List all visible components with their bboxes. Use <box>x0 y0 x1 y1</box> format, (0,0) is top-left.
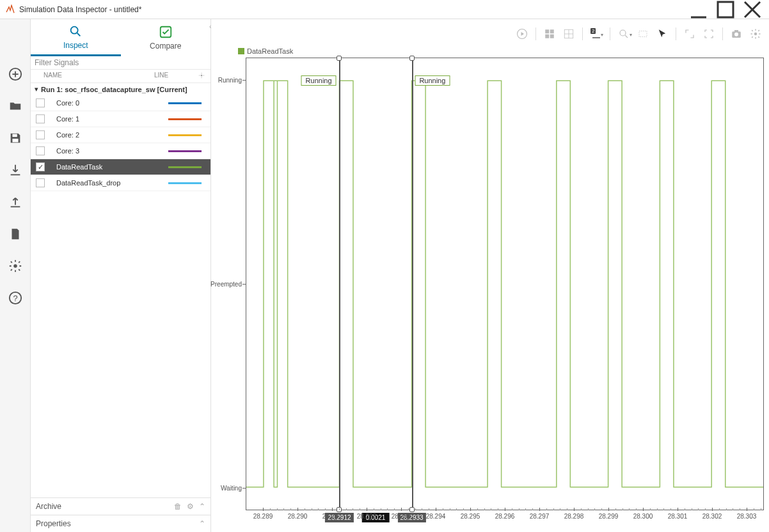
close-button[interactable] <box>741 2 764 17</box>
column-name: NAME <box>35 72 154 81</box>
signal-line-swatch <box>168 182 202 184</box>
svg-rect-20 <box>550 29 554 33</box>
plot-wrap: RunningPreemptedWaiting Running28.2912Ru… <box>211 58 769 532</box>
svg-point-31 <box>734 33 738 36</box>
play-button[interactable] <box>514 26 530 42</box>
pointer-button[interactable] <box>654 26 670 42</box>
x-tick-label: 28.302 <box>702 513 722 520</box>
run-row[interactable]: ▾ Run 1: soc_rfsoc_datacapture_sw [Curre… <box>31 83 210 95</box>
chart-legend: DataReadTask <box>211 45 769 58</box>
x-tick-label: 28.301 <box>668 513 688 520</box>
cursor-1[interactable] <box>339 58 340 510</box>
layout-grid-button[interactable] <box>541 26 558 42</box>
legend-label: DataReadTask <box>247 47 293 55</box>
chart-toolbar: 2▾ ▾ <box>211 23 769 45</box>
plot[interactable]: Running28.2912Running28.29330.0021 <box>246 58 764 510</box>
signal-trace <box>246 58 763 510</box>
signal-checkbox[interactable] <box>36 146 45 155</box>
signal-panel: ‹ Inspect Compare Filter Signals NAME LI… <box>31 19 211 532</box>
x-axis: 28.28928.29028.29128.29228.29328.29428.2… <box>246 510 764 524</box>
svg-point-14 <box>71 26 78 33</box>
fit-expand-button[interactable] <box>681 26 698 42</box>
cursor-value-box: Running <box>415 75 450 86</box>
x-tick-label: 28.292 <box>357 513 377 520</box>
cursor-handle[interactable] <box>337 56 342 61</box>
fit-all-button[interactable] <box>701 26 717 42</box>
maximize-button[interactable] <box>714 2 737 17</box>
signal-checkbox[interactable] <box>36 98 45 107</box>
import-button[interactable] <box>5 160 26 180</box>
export-button[interactable] <box>5 192 26 212</box>
signal-table-header: NAME LINE <box>31 70 210 83</box>
y-tick-label: Waiting <box>221 484 242 491</box>
svg-line-28 <box>625 35 628 38</box>
x-tick-label: 28.293 <box>392 513 411 520</box>
signal-line-swatch <box>168 150 202 152</box>
caret-down-icon: ▾ <box>35 85 38 93</box>
settings-button[interactable] <box>5 256 26 276</box>
y-tick-label: Preempted <box>210 281 242 288</box>
snapshot-button[interactable] <box>728 26 745 42</box>
signal-line-swatch <box>168 166 202 168</box>
signal-row[interactable]: DataReadTask_drop <box>31 175 210 191</box>
filter-signals-input[interactable]: Filter Signals <box>31 56 210 70</box>
cursor-2[interactable] <box>412 58 413 510</box>
svg-rect-21 <box>545 35 549 38</box>
svg-text:?: ? <box>13 293 17 303</box>
column-line: LINE <box>154 72 198 81</box>
tab-inspect-label: Inspect <box>63 41 88 50</box>
signal-checkbox[interactable] <box>36 162 45 171</box>
window-title: Simulation Data Inspector - untitled* <box>19 5 687 14</box>
signal-checkbox[interactable] <box>36 130 45 139</box>
svg-point-27 <box>620 30 626 36</box>
subplot-button[interactable] <box>560 26 577 42</box>
check-icon <box>159 25 173 39</box>
x-tick-label: 28.294 <box>426 513 446 520</box>
svg-point-33 <box>754 33 757 36</box>
signal-line-swatch <box>168 118 202 120</box>
zoom-rect-button[interactable] <box>635 26 651 42</box>
add-button[interactable] <box>5 64 26 84</box>
chevron-up-icon[interactable]: ⌃ <box>199 519 205 528</box>
window-controls <box>687 2 764 17</box>
x-tick-label: 28.290 <box>288 513 308 520</box>
signal-row[interactable]: DataReadTask <box>31 159 210 175</box>
cursor-count-button[interactable]: 2▾ <box>588 26 605 42</box>
signal-row[interactable]: Core: 2 <box>31 127 210 143</box>
zoom-button[interactable]: ▾ <box>615 26 632 42</box>
gear-icon[interactable]: ⚙ <box>187 502 194 511</box>
trash-icon[interactable]: 🗑 <box>174 502 182 511</box>
cursor-handle[interactable] <box>409 56 415 61</box>
open-folder-button[interactable] <box>5 96 26 116</box>
y-tick-label: Running <box>218 77 242 84</box>
signal-row[interactable]: Core: 3 <box>31 143 210 159</box>
x-tick-label: 28.300 <box>633 513 653 520</box>
search-icon <box>68 24 83 38</box>
svg-line-15 <box>77 33 81 36</box>
archive-section[interactable]: Archive 🗑 ⚙ ⌃ <box>31 497 210 515</box>
signal-row[interactable]: Core: 1 <box>31 111 210 127</box>
signal-checkbox[interactable] <box>36 114 45 123</box>
svg-rect-32 <box>734 30 738 32</box>
run-label: Run 1: soc_rfsoc_datacapture_sw [Current… <box>41 86 187 93</box>
minimize-button[interactable] <box>687 2 710 17</box>
tab-compare[interactable]: Compare <box>121 19 211 56</box>
new-file-button[interactable] <box>5 224 26 244</box>
signal-name: Core: 1 <box>47 115 168 123</box>
signal-checkbox[interactable] <box>36 178 45 187</box>
signal-row[interactable]: Core: 0 <box>31 95 210 111</box>
chart-area: 2▾ ▾ DataReadTask RunningPreemptedWaitin… <box>211 19 769 532</box>
svg-rect-7 <box>12 134 17 137</box>
tab-inspect[interactable]: Inspect <box>31 19 121 56</box>
chevron-up-icon[interactable]: ⌃ <box>199 502 205 511</box>
y-axis: RunningPreemptedWaiting <box>211 58 246 510</box>
signal-name: Core: 2 <box>47 131 168 139</box>
svg-point-11 <box>13 264 17 268</box>
preferences-button[interactable] <box>747 26 764 42</box>
properties-section[interactable]: Properties ⌃ <box>31 515 210 532</box>
table-settings-icon[interactable] <box>198 72 207 81</box>
save-button[interactable] <box>5 128 26 148</box>
svg-rect-29 <box>639 31 647 37</box>
help-button[interactable]: ? <box>5 288 26 308</box>
titlebar: Simulation Data Inspector - untitled* <box>0 0 769 19</box>
